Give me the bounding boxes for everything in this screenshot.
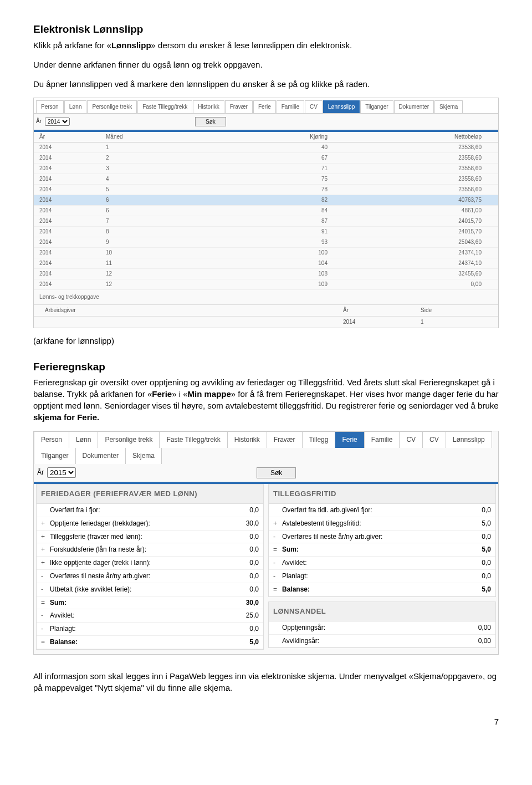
cell: 1: [421, 318, 487, 326]
value: 0,0: [226, 572, 259, 581]
search-button[interactable]: Søk: [195, 117, 226, 126]
label: Avtalebestemt tilleggsfritid:: [282, 519, 458, 528]
tab-cv[interactable]: CV: [422, 431, 446, 448]
value: 0,0: [226, 532, 259, 542]
label: Sum:: [50, 598, 226, 608]
tab-familie[interactable]: Familie: [364, 431, 400, 448]
paragraph: Du åpner lønnslippen ved å markere den l…: [33, 78, 499, 90]
panel-title: LØNNSANDEL: [269, 602, 495, 621]
tab-fastetilleggtrekk[interactable]: Faste Tillegg/trekk: [159, 431, 227, 448]
label: Utbetalt (ikke avviklet ferie):: [50, 585, 226, 594]
cell: 6: [106, 196, 206, 204]
table-row[interactable]: 201447523558,60: [34, 174, 498, 185]
table-row[interactable]: 201468240763,75: [34, 195, 498, 206]
panel-feriedager: FERIEDAGER (FERIEFRAVÆR MED LØNN) Overfø…: [36, 484, 264, 650]
tab-ferie[interactable]: Ferie: [253, 100, 276, 113]
tab-fastetilleggtrekk[interactable]: Faste Tillegg/trekk: [137, 100, 192, 113]
tab-personligetrekk[interactable]: Personlige trekk: [98, 431, 160, 448]
cell: 2014: [39, 217, 106, 225]
tab-tilganger[interactable]: Tilganger: [360, 100, 393, 113]
table-row[interactable]: 20141110424374,10: [34, 258, 498, 269]
panel-body: Overført fra i fjor:0,0+Opptjente feried…: [37, 504, 263, 649]
cell: 1: [106, 144, 206, 151]
value: 5,0: [458, 545, 491, 554]
tab-tilganger[interactable]: Tilganger: [34, 448, 76, 464]
caption: (arkfane for lønnslipp): [33, 335, 499, 346]
cell: 109: [206, 281, 339, 288]
tab-bar-top: PersonLønnPersonlige trekkFaste Tillegg/…: [34, 431, 498, 448]
tab-skjema[interactable]: Skjema: [434, 100, 463, 113]
tab-cv[interactable]: CV: [305, 100, 323, 113]
col-header: Side: [421, 307, 487, 314]
cell: 23558,60: [339, 154, 493, 162]
label: Ikke opptjente dager (trekk i lønn):: [50, 558, 226, 568]
tab-tillegg[interactable]: Tillegg: [302, 431, 336, 448]
tab-lnnsslipp[interactable]: Lønnsslipp: [446, 431, 492, 448]
cell: 2014: [39, 196, 106, 204]
cell: 82: [206, 196, 339, 204]
tab-historikk[interactable]: Historikk: [193, 100, 224, 113]
table-row[interactable]: 201437123558,60: [34, 164, 498, 174]
table-row[interactable]: 201414023538,60: [34, 142, 498, 153]
tab-fravr[interactable]: Fravær: [225, 100, 253, 113]
tab-lnn[interactable]: Lønn: [64, 100, 87, 113]
label: Balanse:: [50, 638, 226, 647]
line-item: -Planlagt:0,0: [37, 623, 263, 636]
cell: 2014: [39, 165, 106, 172]
search-row: År 2014 Søk: [34, 114, 498, 130]
tab-dokumenter[interactable]: Dokumenter: [394, 100, 434, 113]
bold-text: skjema for Ferie.: [33, 412, 99, 422]
tab-personligetrekk[interactable]: Personlige trekk: [87, 100, 137, 113]
tab-fravr[interactable]: Fravær: [267, 431, 303, 448]
cell: 24374,10: [339, 259, 493, 267]
table-row[interactable]: 201478724015,70: [34, 216, 498, 227]
table-row[interactable]: 20141010024374,10: [34, 248, 498, 258]
operator: +: [273, 519, 282, 528]
line-item: Overført fra i fjor:0,0: [37, 504, 263, 517]
operator: +: [41, 519, 50, 528]
label: Opptjente feriedager (trekkdager):: [50, 519, 226, 528]
table-row[interactable]: 201457823558,60: [34, 185, 498, 195]
tab-person[interactable]: Person: [34, 431, 69, 448]
tab-ferie[interactable]: Ferie: [335, 431, 364, 448]
paragraph: Under denne arkfanen finner du også lønn…: [33, 59, 499, 70]
table-row[interactable]: 201489124015,70: [34, 227, 498, 237]
line-item: +Avtalebestemt tilleggsfritid:5,0: [269, 517, 495, 531]
cell: 23558,60: [339, 186, 493, 193]
tab-lnnsslipp[interactable]: Lønnsslipp: [323, 100, 360, 113]
operator: -: [41, 611, 50, 620]
year-select[interactable]: 2014: [45, 118, 70, 126]
tab-person[interactable]: Person: [36, 100, 64, 113]
value: 0,0: [226, 624, 259, 634]
year-select[interactable]: 2015: [47, 467, 76, 478]
value: 25,0: [226, 611, 259, 620]
table-row[interactable]: 201499325043,60: [34, 237, 498, 248]
panel-body: Opptjeningsår:0,00Avviklingsår:0,00: [269, 621, 495, 648]
value: 0,0: [226, 585, 259, 594]
cell: 87: [206, 217, 339, 225]
cell: 3: [106, 165, 206, 172]
tab-bar-second: TilgangerDokumenterSkjema: [34, 448, 498, 464]
table-row[interactable]: 20146844861,00: [34, 206, 498, 216]
screenshot-ferie: PersonLønnPersonlige trekkFaste Tillegg/…: [33, 431, 499, 655]
text: » i «: [172, 389, 187, 399]
search-button[interactable]: Søk: [257, 467, 296, 478]
cell: 2014: [39, 144, 106, 151]
cell: 23538,60: [339, 144, 493, 151]
cell: 2014: [39, 270, 106, 278]
tab-skjema[interactable]: Skjema: [125, 448, 162, 464]
table-row[interactable]: 201426723558,60: [34, 153, 498, 164]
tab-cv[interactable]: CV: [399, 431, 423, 448]
operator: +: [41, 532, 50, 542]
cell: 4: [106, 175, 206, 183]
label: Balanse:: [282, 585, 458, 594]
table-row[interactable]: 2014121090,00: [34, 279, 498, 290]
tab-dokumenter[interactable]: Dokumenter: [75, 448, 126, 464]
table-row[interactable]: 20141210832455,60: [34, 269, 498, 279]
tab-familie[interactable]: Familie: [277, 100, 304, 113]
tab-historikk[interactable]: Historikk: [227, 431, 267, 448]
operator: -: [41, 585, 50, 594]
tab-lnn[interactable]: Lønn: [69, 431, 98, 448]
line-item: -Utbetalt (ikke avviklet ferie):0,0: [37, 583, 263, 597]
cell: 75: [206, 175, 339, 183]
